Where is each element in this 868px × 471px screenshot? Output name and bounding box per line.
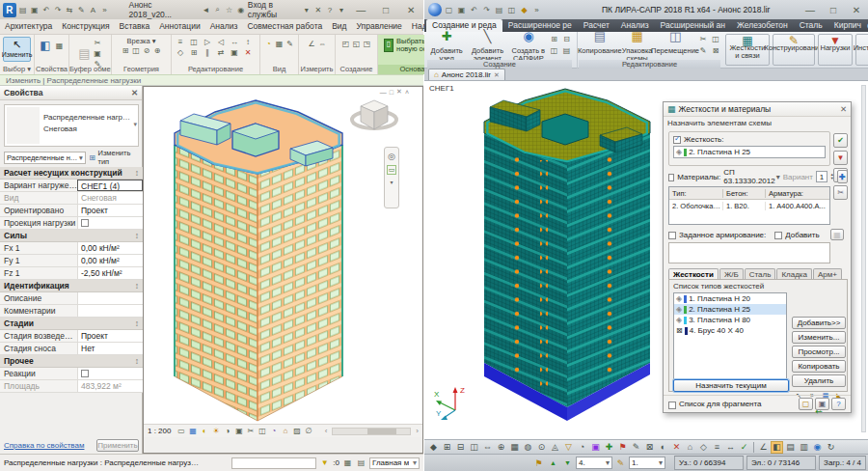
loadcase-down-icon[interactable]: ▼ <box>561 457 574 469</box>
tables-icon[interactable]: ▥ <box>798 441 810 454</box>
list-icon[interactable]: ≡ <box>711 441 723 454</box>
dialog-help-button[interactable]: ? <box>831 398 846 410</box>
pack-scheme-button[interactable]: ▦Упаковка схемы <box>622 32 653 63</box>
scissors-button[interactable]: ✂ <box>833 185 848 200</box>
stiffness-field[interactable]: ◈ 2. Пластина Н 25 <box>673 146 826 158</box>
pan-icon[interactable]: ↔ <box>724 441 737 454</box>
tab-architecture[interactable]: Архитектура <box>0 19 57 34</box>
frame-tool-icon[interactable]: ⊟ <box>561 34 572 44</box>
type-properties-icon[interactable]: ▦ <box>54 41 65 51</box>
save-icon[interactable]: ▣ <box>456 5 467 15</box>
contrast-icon[interactable]: ◐ <box>657 441 669 454</box>
save-icon[interactable]: ▣ <box>30 5 40 15</box>
cut-icon[interactable]: ✂ <box>93 38 103 48</box>
add-material-plus-button[interactable]: ✚ <box>837 170 848 183</box>
delete-button[interactable]: Удалить <box>792 374 846 387</box>
loadcase-combobox[interactable]: 4.▾ <box>576 457 612 469</box>
search-icon[interactable]: ⌕ <box>213 5 223 15</box>
stiffness-list-item[interactable]: ◈1. Пластина Н 20 <box>674 293 786 304</box>
given-reinforcement-checkbox[interactable] <box>668 232 676 239</box>
pin-icon[interactable]: ▣ <box>230 47 240 58</box>
view-scale[interactable]: 1 : 200 <box>148 427 171 435</box>
help-arrow-icon[interactable]: ▾ <box>337 5 346 15</box>
paste-icon[interactable]: ▤ <box>78 47 92 61</box>
zoom-icon[interactable]: ▭ <box>387 165 396 175</box>
unjoin-icon[interactable]: ⊘ <box>142 45 152 56</box>
tab-steel[interactable]: Сталь <box>745 268 776 280</box>
zoom-in-icon[interactable]: ⊕ <box>495 441 507 454</box>
home-view-icon[interactable]: ⌂ <box>684 441 696 454</box>
mirror-icon[interactable]: ▷ <box>203 37 213 47</box>
reinforcement-edit-button[interactable]: ▦ <box>830 229 844 240</box>
section-row[interactable]: Расчет несущих конструкций↕ <box>0 167 143 180</box>
scroll-right-icon[interactable]: › <box>412 426 422 436</box>
undo-icon[interactable]: ↶ <box>469 5 479 15</box>
measure-icon[interactable]: ⇔ <box>317 39 328 49</box>
property-row[interactable]: Описание <box>0 292 143 305</box>
dialog-close-icon[interactable]: ✕ <box>840 104 847 114</box>
analytical-model-icon[interactable]: ▨ <box>291 426 302 436</box>
add-node-button[interactable]: ✚Добавить узел <box>426 32 467 63</box>
stiffness-checkbox[interactable]: ✓ <box>673 136 681 144</box>
cope-menu[interactable]: Врезка ▾ <box>112 37 171 45</box>
array-icon[interactable]: ∥ <box>203 47 213 58</box>
confirm-icon[interactable]: ✓ <box>738 441 750 454</box>
minimize-button[interactable]: — <box>799 3 822 16</box>
stiffness-type-list[interactable]: ◈1. Пластина Н 20 ◈2. Пластина Н 25 ◈3. … <box>673 292 787 387</box>
property-row[interactable]: Стадия возведенияПроект <box>0 330 143 343</box>
angle-icon[interactable]: ∠ <box>307 39 317 49</box>
close-button[interactable]: ✕ <box>398 3 423 16</box>
doc-button[interactable]: ▢ <box>799 398 813 410</box>
view-scrollup-icon[interactable]: ˄ <box>405 89 409 96</box>
constraints-icon[interactable]: ∅ <box>303 426 313 436</box>
scale-icon[interactable]: ⇄ <box>216 47 227 58</box>
fragment-list-checkbox[interactable] <box>668 402 676 409</box>
rotate-icon[interactable]: ↕ <box>243 37 254 47</box>
filter-icon[interactable]: ▽ <box>562 441 575 454</box>
clear-icon[interactable]: ✕ <box>670 441 683 454</box>
signin-menu[interactable]: Вход в службы <box>248 0 300 19</box>
maximize-button[interactable]: □ <box>822 3 845 16</box>
edit-type-button[interactable]: ⊞ Изменить тип <box>88 149 139 166</box>
signin-arrow-icon[interactable]: ▾ <box>302 5 312 15</box>
code-dropdown[interactable]: СП 63.13330.2012 ▾ <box>723 168 779 185</box>
qat-overflow-icon[interactable]: » <box>99 5 109 15</box>
variant-spinner[interactable]: 1 <box>816 171 827 182</box>
type-selector-arrow-icon[interactable]: ▾ <box>133 121 137 128</box>
property-row[interactable]: Проекция нагрузки <box>0 217 143 230</box>
create-assembly-icon[interactable]: ◳ <box>362 39 372 49</box>
mirror-axis-icon[interactable]: ◁ <box>216 37 227 47</box>
offset-icon[interactable]: ◫ <box>189 37 200 47</box>
properties-icon[interactable]: ◧ <box>39 39 52 52</box>
stage-combobox[interactable]: 1.▾ <box>629 457 665 469</box>
edit-icon[interactable]: ✎ <box>698 45 709 56</box>
design-option-box[interactable] <box>231 457 316 469</box>
selection-filter-icon[interactable]: ▼ <box>319 457 330 468</box>
override-icon[interactable]: ✎ <box>285 39 295 49</box>
views-icon[interactable]: ▤ <box>784 441 797 454</box>
navbar-more-icon[interactable]: ▾ <box>390 179 393 185</box>
property-row[interactable]: Fz 1-2,50 кН/м² <box>0 267 143 280</box>
redo-icon[interactable]: ↷ <box>481 5 492 15</box>
rotate-view-icon[interactable]: ◔ <box>576 441 588 454</box>
tab-insert[interactable]: Вставка <box>115 19 155 34</box>
tab-advanced-analysis[interactable]: Расширенный ан <box>655 19 731 32</box>
add-button[interactable]: Добавить>> <box>792 317 846 329</box>
new-icon[interactable]: ▢ <box>444 5 454 15</box>
apply-button[interactable]: Применить <box>96 439 139 452</box>
materials-checkbox[interactable] <box>668 174 674 181</box>
help-icon[interactable]: ? <box>325 5 335 15</box>
property-row[interactable]: ОриентированоПроект <box>0 205 143 217</box>
tab-structure[interactable]: Конструкция <box>57 19 114 34</box>
fragment-icon[interactable]: ◫ <box>468 441 480 454</box>
lira-logo[interactable] <box>428 3 442 16</box>
create-sapfir-button[interactable]: ◉Создать в САПФИР <box>508 32 549 63</box>
tab-stiffness[interactable]: Жесткости <box>668 268 719 280</box>
tab-advanced-edit[interactable]: Расширенное ре <box>502 19 578 32</box>
hide-icon[interactable]: ▦ <box>274 39 285 49</box>
annotate-icon[interactable]: ✎ <box>630 441 642 454</box>
create-group-icon[interactable]: ◰ <box>340 39 351 49</box>
add-grid-icon[interactable]: ⊞ <box>441 441 453 454</box>
vertical-scrollbar[interactable] <box>861 85 866 432</box>
section-row[interactable]: Прочее↕ <box>0 355 143 368</box>
